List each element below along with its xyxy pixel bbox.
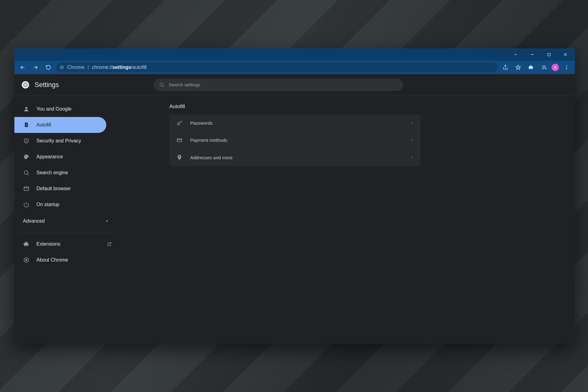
nav-back-button[interactable] <box>17 62 28 73</box>
svg-point-27 <box>25 155 26 156</box>
window-close-button[interactable] <box>558 50 572 59</box>
svg-line-19 <box>163 86 164 87</box>
svg-point-15 <box>566 69 567 70</box>
sidebar-item-default-browser[interactable]: Default browser <box>14 181 118 197</box>
svg-rect-32 <box>24 187 29 190</box>
browser-toolbar: Chrome | chrome://settings/autofill <box>14 61 575 74</box>
url-text: chrome://settings/autofill <box>92 65 147 70</box>
svg-point-7 <box>61 67 62 68</box>
sidebar-item-label: On startup <box>36 202 59 207</box>
settings-sidebar: You and Google Autofill Security and Pri… <box>14 96 118 344</box>
browser-icon <box>23 185 30 192</box>
svg-point-18 <box>160 83 163 86</box>
svg-point-17 <box>24 84 27 86</box>
window-maximize-button[interactable] <box>542 50 556 59</box>
chrome-window: Chrome | chrome://settings/autofill <box>14 48 575 344</box>
svg-point-13 <box>566 65 567 66</box>
svg-point-37 <box>25 259 27 261</box>
sidebar-item-label: Default browser <box>36 186 71 191</box>
sidebar-item-you-and-google[interactable]: You and Google <box>14 101 118 117</box>
site-info-icon[interactable] <box>60 65 64 70</box>
sidebar-item-appearance[interactable]: Appearance <box>14 149 118 165</box>
sidebar-advanced-label: Advanced <box>23 218 45 224</box>
svg-line-31 <box>28 174 29 175</box>
row-label: Passwords <box>190 120 213 126</box>
svg-point-26 <box>25 156 25 157</box>
chevron-right-icon <box>411 122 414 125</box>
svg-point-28 <box>27 155 27 156</box>
nav-forward-button[interactable] <box>30 62 41 73</box>
svg-point-14 <box>566 67 567 68</box>
settings-search-input[interactable] <box>169 82 398 87</box>
share-icon[interactable] <box>500 62 511 73</box>
profile-avatar[interactable]: A <box>552 64 559 71</box>
pin-icon <box>176 154 183 160</box>
site-label: Chrome <box>67 65 85 70</box>
settings-main: Autofill Passwords Payment methods <box>118 96 575 344</box>
sidebar-item-on-startup[interactable]: On startup <box>14 197 118 213</box>
settings-search[interactable] <box>153 79 403 91</box>
sidebar-item-autofill[interactable]: Autofill <box>14 117 106 133</box>
bookmark-icon[interactable] <box>513 62 523 73</box>
sidebar-item-label: About Chrome <box>36 257 68 263</box>
sidebar-item-label: Search engine <box>36 170 68 175</box>
svg-rect-40 <box>177 139 182 142</box>
extensions-icon[interactable] <box>526 62 536 73</box>
sidebar-item-search-engine[interactable]: Search engine <box>14 165 118 181</box>
svg-marker-9 <box>516 65 521 70</box>
svg-point-29 <box>27 156 28 157</box>
chrome-logo-icon <box>22 81 29 89</box>
external-link-icon <box>107 242 112 247</box>
shield-icon <box>23 138 30 144</box>
puzzle-icon <box>23 241 30 247</box>
search-icon <box>23 169 30 176</box>
row-addresses-and-more[interactable]: Addresses and more <box>169 149 420 166</box>
window-titlebar <box>14 48 575 61</box>
sidebar-item-label: Autofill <box>36 122 51 128</box>
svg-point-20 <box>25 107 28 109</box>
card-icon <box>176 137 183 143</box>
power-icon <box>23 201 30 208</box>
svg-marker-42 <box>412 139 413 141</box>
window-minimize-button[interactable] <box>525 50 539 59</box>
svg-marker-43 <box>412 157 413 158</box>
svg-point-38 <box>177 123 179 125</box>
sidebar-item-label: Appearance <box>36 154 63 160</box>
sidebar-advanced-toggle[interactable]: Advanced <box>14 213 118 230</box>
nav-reload-button[interactable] <box>43 62 54 73</box>
sidebar-separator <box>19 233 113 233</box>
sidebar-item-label: Extensions <box>36 241 60 247</box>
palette-icon <box>23 153 30 160</box>
sidebar-item-security-and-privacy[interactable]: Security and Privacy <box>14 133 118 149</box>
chevron-right-icon <box>411 139 414 142</box>
row-passwords[interactable]: Passwords <box>169 115 420 132</box>
chrome-icon <box>23 257 30 263</box>
sidebar-item-label: You and Google <box>36 106 71 112</box>
sidebar-item-about-chrome[interactable]: About Chrome <box>14 252 118 268</box>
svg-rect-1 <box>548 53 550 56</box>
row-payment-methods[interactable]: Payment methods <box>169 132 420 149</box>
section-title: Autofill <box>169 104 563 110</box>
svg-rect-22 <box>26 123 27 123</box>
autofill-card: Passwords Payment methods Addresses and … <box>169 115 420 166</box>
address-bar[interactable]: Chrome | chrome://settings/autofill <box>56 62 498 72</box>
row-label: Addresses and more <box>190 155 232 160</box>
sidebar-item-extensions[interactable]: Extensions <box>14 236 118 252</box>
svg-marker-35 <box>106 221 108 222</box>
chevron-right-icon <box>411 156 414 159</box>
svg-point-30 <box>24 171 28 174</box>
sidebar-item-label: Security and Privacy <box>36 138 81 144</box>
reading-list-icon[interactable] <box>539 62 549 73</box>
row-label: Payment methods <box>190 138 227 143</box>
person-icon <box>23 106 30 112</box>
browser-menu-button[interactable] <box>561 62 572 73</box>
chevron-down-icon <box>105 219 109 223</box>
settings-header: Settings <box>14 74 575 96</box>
key-icon <box>176 120 183 126</box>
tab-chevron-icon[interactable] <box>509 50 523 59</box>
svg-marker-39 <box>412 122 413 124</box>
page-title: Settings <box>35 81 59 89</box>
clipboard-icon <box>23 122 30 128</box>
